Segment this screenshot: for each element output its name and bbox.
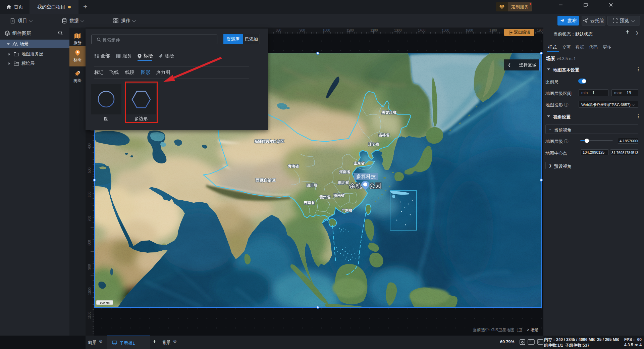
svg-text:山东省: 山东省 [354, 161, 365, 165]
svg-text:四川省: 四川省 [307, 183, 318, 187]
svg-text:西藏自治区: 西藏自治区 [255, 178, 276, 183]
svg-text:辽宁省: 辽宁省 [368, 142, 379, 146]
svg-text:广东省: 广东省 [341, 208, 353, 212]
svg-text:贵州省: 贵州省 [319, 195, 331, 199]
svg-text:多算科技: 多算科技 [356, 174, 376, 179]
svg-text:500 km: 500 km [100, 301, 110, 304]
svg-text:余杭: 余杭 [349, 182, 362, 189]
svg-text:湖南省: 湖南省 [333, 193, 345, 197]
svg-text:新疆维吾尔自治区: 新疆维吾尔自治区 [254, 139, 284, 143]
svg-text:湖北省: 湖北省 [338, 181, 349, 185]
svg-text:黑龙江省: 黑龙江省 [381, 110, 396, 114]
svg-text:公园: 公园 [369, 182, 382, 189]
svg-text:云南省: 云南省 [304, 201, 315, 205]
svg-text:河南省: 河南省 [339, 170, 351, 174]
svg-text:青海省: 青海省 [288, 164, 299, 168]
svg-text:吉林省: 吉林省 [378, 133, 390, 137]
